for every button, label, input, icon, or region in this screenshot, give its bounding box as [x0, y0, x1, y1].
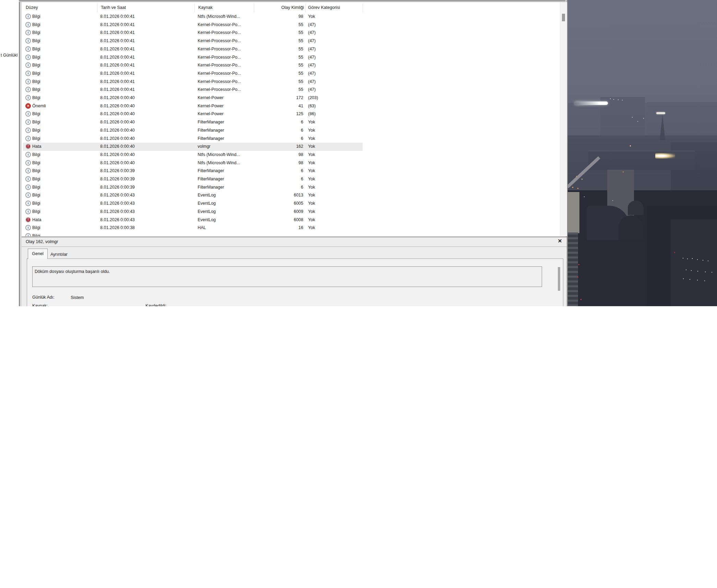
field-label-log-name: Günlük Adı: — [32, 295, 55, 300]
cell-source: Kernel-Power — [198, 95, 224, 100]
column-header-task-category[interactable]: Görev Kategorisi — [308, 5, 340, 10]
table-row[interactable]: iBilgi8.01.2026 0:00:41Kernel-Processor-… — [22, 70, 363, 78]
table-row[interactable]: iBilgi8.01.2026 0:00:41Ntfs (Microsoft-W… — [22, 13, 363, 21]
cell-date: 8.01.2026 0:00:41 — [100, 22, 135, 27]
event-list-scrollbar[interactable] — [560, 2, 567, 236]
column-header-level[interactable]: Düzey — [26, 5, 38, 10]
table-row[interactable]: ✕Önemli8.01.2026 0:00:40Kernel-Power41(6… — [22, 102, 363, 110]
cell-id: 55 — [241, 79, 303, 84]
info-icon: i — [25, 71, 31, 76]
cell-level: Bilgi — [32, 201, 40, 206]
cell-cat: Yok — [308, 14, 315, 19]
table-row[interactable]: !Hata8.01.2026 0:00:43EventLog6008Yok — [22, 216, 363, 224]
table-row[interactable]: iBilgi8.01.2026 0:00:41Kernel-Processor-… — [22, 53, 363, 62]
cell-id: 162 — [241, 144, 303, 149]
cell-cat: Yok — [308, 120, 315, 125]
cell-source: Kernel-Processor-Po... — [198, 55, 241, 60]
table-row[interactable]: iBilgi — [22, 232, 363, 236]
cell-id: 98 — [241, 152, 303, 157]
table-row[interactable]: iBilgi8.01.2026 0:00:40Kernel-Power172(2… — [22, 94, 363, 102]
column-divider[interactable] — [97, 3, 97, 12]
table-row[interactable]: iBilgi8.01.2026 0:00:39FilterManager6Yok — [22, 183, 363, 192]
field-label-source-clipped: Kaynak: — [32, 303, 48, 306]
info-icon: i — [25, 225, 31, 230]
cell-source: EventLog — [198, 193, 216, 198]
cell-date: 8.01.2026 0:00:39 — [100, 168, 135, 173]
info-icon: i — [25, 152, 31, 157]
pane-scrollbar-thumb[interactable] — [558, 267, 560, 291]
table-row[interactable]: iBilgi8.01.2026 0:00:43EventLog6005Yok — [22, 200, 363, 208]
cell-level: Bilgi — [32, 160, 40, 166]
cell-date: 8.01.2026 0:00:41 — [100, 71, 135, 76]
cell-id: 41 — [241, 104, 303, 109]
table-row[interactable]: !Hata8.01.2026 0:00:40volmgr162Yok — [22, 143, 363, 151]
cell-id: 6 — [241, 168, 303, 173]
cell-level: Önemli — [32, 104, 46, 109]
cell-source: EventLog — [198, 201, 216, 206]
info-icon: i — [25, 136, 31, 141]
table-row[interactable]: iBilgi8.01.2026 0:00:39FilterManager6Yok — [22, 167, 363, 175]
table-row[interactable]: iBilgi8.01.2026 0:00:40FilterManager6Yok — [22, 118, 363, 127]
column-header-event-id[interactable]: Olay Kimliği — [241, 5, 304, 10]
cell-source: Kernel-Processor-Po... — [198, 30, 241, 35]
table-row[interactable]: iBilgi8.01.2026 0:00:41Kernel-Processor-… — [22, 37, 363, 45]
table-row[interactable]: iBilgi8.01.2026 0:00:41Kernel-Processor-… — [22, 61, 363, 70]
table-row[interactable]: iBilgi8.01.2026 0:00:40FilterManager6Yok — [22, 135, 363, 143]
cell-level: Bilgi — [32, 152, 40, 157]
event-description-box[interactable]: Döküm dosyası oluşturma başarılı oldu. — [32, 266, 542, 287]
table-row[interactable]: iBilgi8.01.2026 0:00:40Ntfs (Microsoft-W… — [22, 151, 363, 159]
column-divider[interactable] — [305, 3, 306, 12]
cell-level: Bilgi — [32, 233, 40, 236]
cell-date: 8.01.2026 0:00:39 — [100, 185, 135, 190]
table-row[interactable]: iBilgi8.01.2026 0:00:43EventLog6009Yok — [22, 208, 363, 216]
cell-level: Bilgi — [32, 128, 40, 133]
cell-level: Bilgi — [32, 63, 40, 68]
table-row[interactable]: iBilgi8.01.2026 0:00:41Kernel-Processor-… — [22, 45, 363, 53]
table-row[interactable]: iBilgi8.01.2026 0:00:39FilterManager6Yok — [22, 175, 363, 183]
info-icon: i — [25, 38, 31, 44]
cell-date: 8.01.2026 0:00:40 — [100, 111, 135, 117]
wallpaper-light-streak — [656, 112, 665, 114]
cell-level: Bilgi — [32, 71, 40, 76]
cell-id: 55 — [241, 87, 303, 92]
wallpaper-warm-lights — [568, 0, 569, 1]
table-row[interactable]: iBilgi8.01.2026 0:00:40Ntfs (Microsoft-W… — [22, 159, 363, 167]
console-tree-fragment[interactable]: t Günlükl — [1, 53, 17, 58]
general-tab-content: Döküm dosyası oluşturma başarılı oldu. G… — [27, 259, 563, 306]
cell-level: Bilgi — [32, 168, 40, 173]
cell-date: 8.01.2026 0:00:40 — [100, 128, 135, 133]
column-header-source[interactable]: Kaynak — [198, 5, 213, 10]
table-row[interactable]: iBilgi8.01.2026 0:00:40FilterManager6Yok — [22, 127, 363, 135]
close-icon[interactable]: ✕ — [556, 238, 564, 244]
preview-pane-title: Olay 162, volmgr — [26, 239, 58, 244]
table-row[interactable]: iBilgi8.01.2026 0:00:40Kernel-Power125(8… — [22, 110, 363, 118]
cell-source: Kernel-Processor-Po... — [198, 63, 241, 68]
cell-cat: Yok — [308, 185, 315, 190]
pane-divider — [22, 247, 567, 247]
column-divider[interactable] — [254, 3, 254, 12]
info-icon: i — [25, 176, 31, 182]
cell-cat: (47) — [308, 55, 316, 60]
cell-cat: (47) — [308, 38, 316, 44]
table-row[interactable]: iBilgi8.01.2026 0:00:41Kernel-Processor-… — [22, 21, 363, 29]
column-header-date[interactable]: Tarih ve Saat — [101, 5, 126, 10]
cell-source: Kernel-Processor-Po... — [198, 47, 241, 52]
table-row[interactable]: iBilgi8.01.2026 0:00:41Kernel-Processor-… — [22, 78, 363, 86]
cell-level: Bilgi — [32, 79, 40, 84]
event-list-scrollbar-thumb[interactable] — [562, 14, 565, 21]
tab-general[interactable]: Genel — [28, 249, 48, 259]
info-icon: i — [25, 119, 31, 125]
column-divider[interactable] — [195, 3, 195, 12]
table-row[interactable]: iBilgi8.01.2026 0:00:43EventLog6013Yok — [22, 191, 363, 200]
event-description: Döküm dosyası oluşturma başarılı oldu. — [35, 269, 110, 274]
cell-source: HAL — [198, 225, 206, 230]
info-icon: i — [25, 209, 31, 214]
field-value-log-name: Sistem — [71, 295, 84, 300]
table-row[interactable]: iBilgi8.01.2026 0:00:38HAL16Yok — [22, 224, 363, 232]
cell-id: 6 — [241, 185, 303, 190]
column-divider[interactable] — [363, 3, 363, 12]
cell-cat: Yok — [308, 160, 315, 166]
table-row[interactable]: iBilgi8.01.2026 0:00:41Kernel-Processor-… — [22, 86, 363, 94]
tab-details[interactable]: Ayrıntılar — [50, 252, 68, 257]
table-row[interactable]: iBilgi8.01.2026 0:00:41Kernel-Processor-… — [22, 29, 363, 37]
